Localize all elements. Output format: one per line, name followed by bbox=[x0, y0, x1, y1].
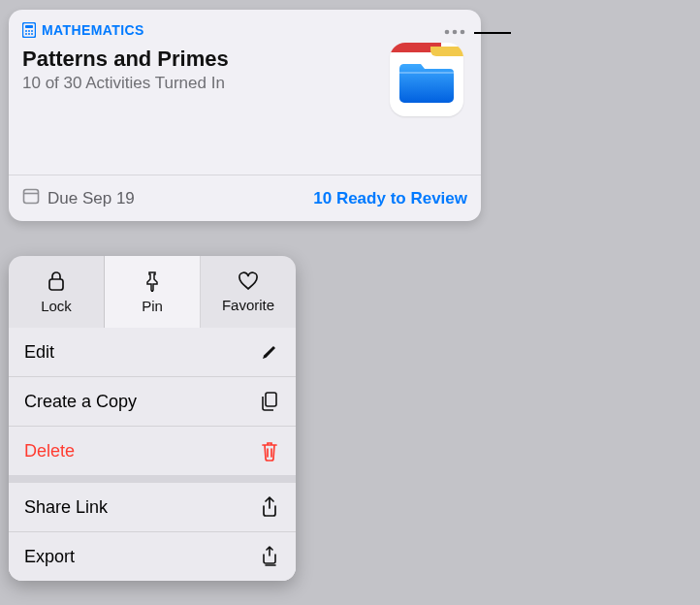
pin-icon bbox=[143, 271, 162, 295]
files-app-icon bbox=[390, 43, 463, 116]
svg-rect-1 bbox=[25, 25, 33, 28]
calculator-icon bbox=[22, 22, 36, 38]
card-footer: Due Sep 19 10 Ready to Review bbox=[9, 175, 481, 221]
pin-label: Pin bbox=[142, 298, 163, 314]
heart-icon bbox=[238, 271, 259, 294]
trash-icon bbox=[259, 440, 280, 462]
card-body: Patterns and Primes 10 of 30 Activities … bbox=[9, 45, 481, 116]
card-header: MATHEMATICS bbox=[9, 10, 481, 45]
ellipsis-icon bbox=[444, 21, 465, 39]
assignment-subtitle: 10 of 30 Activities Turned In bbox=[22, 74, 229, 93]
delete-label: Delete bbox=[24, 441, 75, 462]
ready-to-review-link[interactable]: 10 Ready to Review bbox=[313, 189, 467, 208]
svg-point-6 bbox=[28, 33, 30, 35]
svg-point-4 bbox=[31, 30, 33, 32]
pencil-icon bbox=[259, 341, 280, 363]
assignment-card: MATHEMATICS Patterns and Primes 10 of 30… bbox=[9, 10, 481, 221]
svg-point-5 bbox=[25, 33, 27, 35]
svg-point-3 bbox=[28, 30, 30, 32]
favorite-button[interactable]: Favorite bbox=[201, 256, 296, 328]
assignment-title: Patterns and Primes bbox=[22, 47, 229, 72]
subject-label: MATHEMATICS bbox=[22, 22, 144, 38]
share-icon bbox=[259, 496, 280, 518]
edit-menu-item[interactable]: Edit bbox=[9, 328, 296, 376]
svg-point-2 bbox=[25, 30, 27, 32]
calendar-icon bbox=[22, 187, 40, 209]
export-stack-icon bbox=[259, 546, 280, 567]
export-menu-item[interactable]: Export bbox=[9, 531, 296, 581]
pin-button[interactable]: Pin bbox=[105, 256, 201, 328]
svg-point-7 bbox=[31, 33, 33, 35]
share-link-menu-item[interactable]: Share Link bbox=[9, 483, 296, 531]
favorite-label: Favorite bbox=[222, 297, 274, 313]
lock-label: Lock bbox=[41, 298, 72, 314]
svg-point-8 bbox=[445, 30, 450, 35]
export-label: Export bbox=[24, 547, 75, 567]
due-date-text: Due Sep 19 bbox=[48, 189, 135, 208]
delete-menu-item[interactable]: Delete bbox=[9, 426, 296, 475]
menu-list-group-1: Edit Create a Copy Delete bbox=[9, 328, 296, 475]
doc-copy-icon bbox=[259, 391, 280, 412]
annotation-line bbox=[474, 32, 511, 34]
svg-rect-14 bbox=[266, 393, 276, 406]
lock-button[interactable]: Lock bbox=[9, 256, 105, 328]
svg-point-10 bbox=[461, 30, 465, 35]
card-text: Patterns and Primes 10 of 30 Activities … bbox=[22, 47, 229, 116]
svg-rect-11 bbox=[24, 190, 39, 204]
menu-separator bbox=[9, 475, 296, 483]
subject-text: MATHEMATICS bbox=[42, 22, 144, 38]
svg-rect-13 bbox=[49, 279, 63, 290]
menu-top-row: Lock Pin Favorite bbox=[9, 256, 296, 328]
svg-point-9 bbox=[453, 30, 458, 35]
edit-label: Edit bbox=[24, 342, 54, 363]
menu-list-group-2: Share Link Export bbox=[9, 483, 296, 581]
share-link-label: Share Link bbox=[24, 497, 108, 518]
context-menu: Lock Pin Favorite Edit Create a Copy bbox=[9, 256, 296, 581]
create-copy-menu-item[interactable]: Create a Copy bbox=[9, 376, 296, 426]
due-date: Due Sep 19 bbox=[22, 187, 135, 209]
create-copy-label: Create a Copy bbox=[24, 392, 137, 412]
lock-icon bbox=[47, 271, 66, 295]
folder-icon bbox=[399, 56, 454, 105]
more-button[interactable] bbox=[442, 19, 467, 41]
